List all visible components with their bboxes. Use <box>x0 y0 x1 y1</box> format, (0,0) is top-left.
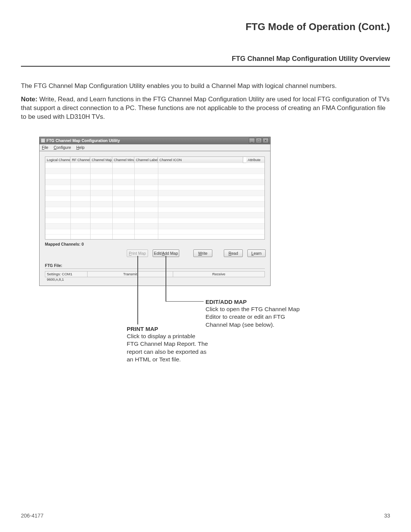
button-row: Print Map Edit/Add Map Write Read Learn <box>45 249 265 258</box>
table-row[interactable] <box>45 179 264 185</box>
intro-paragraph: The FTG Channel Map Configuration Utilit… <box>21 82 390 91</box>
write-accel: W <box>198 251 202 256</box>
callout-edit-text: Click to open the FTG Channel Map Editor… <box>206 305 308 328</box>
col-channel-label[interactable]: Channel Label <box>134 157 158 163</box>
grid-divider <box>112 163 113 239</box>
table-row[interactable] <box>45 185 264 191</box>
write-rest: rite <box>202 251 208 256</box>
grid-divider <box>90 163 91 239</box>
minimize-button[interactable]: _ <box>249 138 255 143</box>
menu-configure[interactable]: Configure <box>54 145 71 150</box>
app-window: FTG Channel Map Configuration Utility _ … <box>39 137 271 286</box>
table-row[interactable] <box>45 168 264 174</box>
status-settings: Settings: COM1 9600,n,8,1 <box>45 271 88 277</box>
callout-line <box>137 256 138 324</box>
print-rest: rint Map <box>132 251 146 256</box>
read-button[interactable]: Read <box>224 249 243 257</box>
edit-rest: dd Map <box>165 251 178 256</box>
menu-help[interactable]: Help <box>76 145 84 150</box>
grid-divider <box>158 163 158 239</box>
grid-body[interactable] <box>45 163 264 239</box>
page-number: 33 <box>384 513 390 519</box>
maximize-button[interactable]: □ <box>256 138 262 143</box>
status-receive: Receive <box>173 271 265 277</box>
callout-edit: EDIT/ADD MAP Click to open the FTG Chann… <box>206 298 308 329</box>
note-text: Write, Read, and Learn functions in the … <box>21 96 390 120</box>
learn-button[interactable]: Learn <box>247 249 266 257</box>
table-row[interactable] <box>45 212 264 218</box>
status-transmit: Transmit <box>88 271 173 277</box>
callout-line <box>166 301 204 302</box>
table-row[interactable] <box>45 174 264 180</box>
note-label: Note: <box>21 96 37 103</box>
app-icon <box>41 139 45 142</box>
menu-file[interactable]: File <box>42 145 48 150</box>
client-area: Logical Channel RF Channel Channel Major… <box>39 151 271 286</box>
grid-divider <box>134 163 135 239</box>
note-paragraph: Note: Write, Read, and Learn functions i… <box>21 95 390 121</box>
mapped-channels-label: Mapped Channels: 0 <box>45 242 265 246</box>
table-row[interactable] <box>45 224 264 229</box>
table-row[interactable] <box>45 163 264 169</box>
section-title: FTG Channel Map Configuration Utility Ov… <box>21 55 390 63</box>
window-title: FTG Channel Map Configuration Utility <box>46 138 249 143</box>
col-channel-icon[interactable]: Channel ICON <box>158 157 243 163</box>
learn-rest: earn <box>253 251 261 256</box>
doc-number: 206-4177 <box>21 513 43 519</box>
col-logical-channel[interactable]: Logical Channel <box>45 157 70 163</box>
read-rest: ead <box>231 251 238 256</box>
read-accel: R <box>228 251 231 256</box>
callout-print: PRINT MAP Click to display a printable F… <box>127 325 209 363</box>
callout-print-title: PRINT MAP <box>127 325 209 333</box>
document-page: FTG Mode of Operation (Cont.) FTG Channe… <box>0 0 411 532</box>
grid-divider <box>70 163 71 239</box>
channel-grid[interactable]: Logical Channel RF Channel Channel Major… <box>45 157 265 240</box>
table-row[interactable] <box>45 207 264 213</box>
col-attribute[interactable]: Attribute <box>246 157 264 163</box>
table-row[interactable] <box>45 218 264 224</box>
close-button[interactable]: × <box>263 138 269 143</box>
write-button[interactable]: Write <box>193 249 212 257</box>
table-row[interactable] <box>45 229 264 235</box>
ftg-file-label: FTG File: <box>45 263 265 269</box>
callout-print-text: Click to display a printable FTG Channel… <box>127 332 209 363</box>
callout-line <box>166 256 166 302</box>
section-divider <box>21 66 390 67</box>
window-controls: _ □ × <box>249 138 269 143</box>
col-channel-minor[interactable]: Channel Minor <box>112 157 134 163</box>
table-row[interactable] <box>45 196 264 202</box>
statusbar: Settings: COM1 9600,n,8,1 Transmit Recei… <box>45 271 265 277</box>
edit-pre: Edit/ <box>154 251 162 256</box>
print-accel: P <box>129 251 132 256</box>
table-row[interactable] <box>45 190 264 196</box>
callout-edit-title: EDIT/ADD MAP <box>206 298 308 306</box>
edit-accel: A <box>162 251 164 256</box>
page-footer: 206-4177 33 <box>21 513 390 519</box>
col-channel-major[interactable]: Channel Major <box>90 157 112 163</box>
table-row[interactable] <box>45 201 264 207</box>
col-rf-channel[interactable]: RF Channel <box>70 157 90 163</box>
titlebar[interactable]: FTG Channel Map Configuration Utility _ … <box>39 137 271 144</box>
column-headers: Logical Channel RF Channel Channel Major… <box>45 157 264 163</box>
menubar: File Configure Help <box>39 144 271 151</box>
page-title: FTG Mode of Operation (Cont.) <box>21 21 390 33</box>
